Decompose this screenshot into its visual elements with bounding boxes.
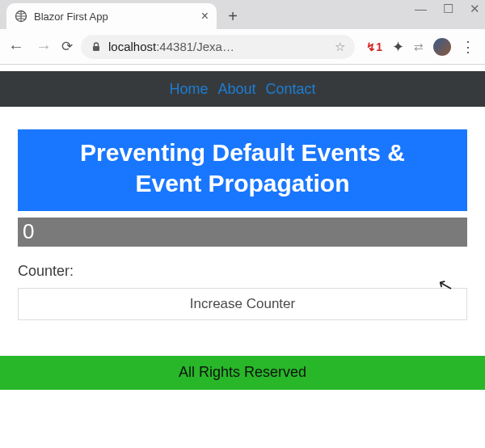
tab-close-icon[interactable]: × <box>201 9 209 23</box>
address-path: :44381/Jexa… <box>156 40 234 53</box>
forward-button[interactable]: → <box>34 37 53 56</box>
increase-counter-button[interactable]: Increase Counter <box>18 288 467 320</box>
window-maximize-icon[interactable]: ☐ <box>443 2 453 16</box>
window-minimize-icon[interactable]: — <box>415 2 427 16</box>
site-footer: All Rights Reserved <box>0 356 485 390</box>
nav-link-home[interactable]: Home <box>167 81 210 98</box>
new-tab-button[interactable]: + <box>221 5 244 27</box>
profile-avatar[interactable] <box>433 38 451 56</box>
globe-icon <box>15 10 27 23</box>
nav-link-about[interactable]: About <box>215 81 258 98</box>
heading-line2: Event Propagation <box>23 168 462 199</box>
heading-line1: Preventing Default Events & <box>23 137 462 168</box>
reload-button[interactable]: ⟳ <box>61 38 73 55</box>
lock-icon <box>91 41 102 53</box>
counter-label: Counter: <box>18 263 467 280</box>
address-bar[interactable]: localhost:44381/Jexa… ☆ <box>81 35 355 59</box>
page-heading: Preventing Default Events & Event Propag… <box>18 129 467 211</box>
address-text: localhost:44381/Jexa… <box>108 40 234 53</box>
window-close-icon[interactable]: ✕ <box>470 2 480 16</box>
svg-rect-1 <box>93 46 99 51</box>
browser-toolbar: ← → ⟳ localhost:44381/Jexa… ☆ ↯1 ✦ ⇄ ⋮ <box>0 29 485 65</box>
site-navbar: Home About Contact <box>0 71 485 107</box>
extensions-icon[interactable]: ✦ <box>392 38 404 56</box>
extension-settings-icon[interactable]: ⇄ <box>414 40 424 53</box>
browser-tab[interactable]: Blazor First App × <box>6 3 217 29</box>
back-button[interactable]: ← <box>6 37 26 56</box>
nav-link-contact[interactable]: Contact <box>264 81 318 98</box>
extension-adblock-icon[interactable]: ↯1 <box>366 40 382 53</box>
browser-titlebar: Blazor First App × + — ☐ ✕ <box>0 0 485 29</box>
counter-input[interactable] <box>18 218 467 247</box>
footer-text: All Rights Reserved <box>179 364 306 381</box>
chrome-menu-icon[interactable]: ⋮ <box>461 38 475 56</box>
star-icon[interactable]: ☆ <box>335 40 345 54</box>
address-host: localhost <box>108 40 156 53</box>
page-viewport: Home About Contact Preventing Default Ev… <box>0 65 485 448</box>
tab-title: Blazor First App <box>34 11 108 23</box>
page-content: Preventing Default Events & Event Propag… <box>0 107 485 320</box>
extension-icons: ↯1 ✦ ⇄ ⋮ <box>363 38 479 56</box>
